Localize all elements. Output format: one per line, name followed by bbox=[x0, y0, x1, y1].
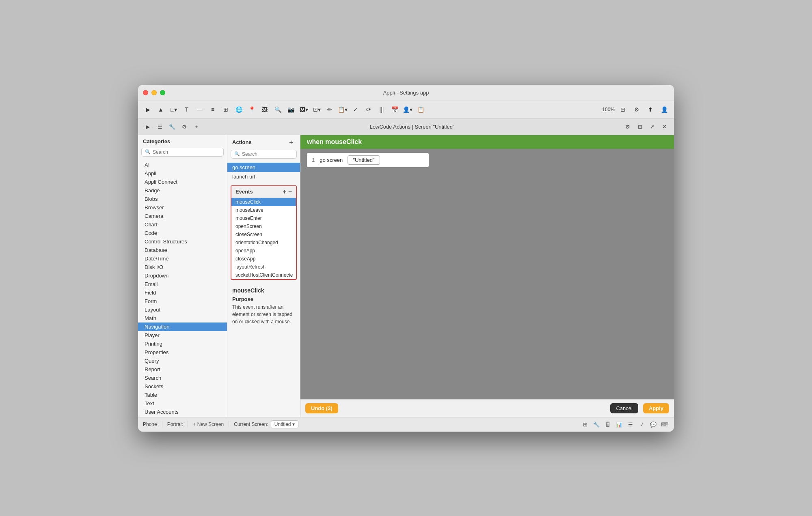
panel-expand-icon[interactable]: ⤢ bbox=[647, 122, 657, 131]
footer-check-icon[interactable]: ✓ bbox=[637, 420, 646, 429]
refresh-button[interactable]: ⟳ bbox=[363, 104, 374, 115]
text-button[interactable]: T bbox=[181, 104, 192, 115]
category-item[interactable]: Blobs bbox=[138, 195, 227, 203]
category-item[interactable]: Field bbox=[138, 288, 227, 297]
close-button[interactable] bbox=[143, 90, 148, 95]
panel-settings-icon[interactable]: ⚙ bbox=[623, 122, 633, 131]
maximize-button[interactable] bbox=[160, 90, 165, 95]
panel-split-icon[interactable]: ⊟ bbox=[635, 122, 645, 131]
panel-bug-icon[interactable]: 🔧 bbox=[167, 122, 177, 131]
edit-button[interactable]: ✏ bbox=[324, 104, 335, 115]
user-button[interactable]: 👤▾ bbox=[402, 104, 413, 115]
rect-button[interactable]: □▾ bbox=[168, 104, 179, 115]
table-button[interactable]: ⊞ bbox=[220, 104, 231, 115]
category-item[interactable]: Appli bbox=[138, 169, 227, 178]
zoom-button[interactable]: ⊟ bbox=[617, 104, 628, 115]
category-item[interactable]: Report bbox=[138, 365, 227, 374]
category-item[interactable]: Query bbox=[138, 357, 227, 365]
category-item[interactable]: Sockets bbox=[138, 382, 227, 391]
screen-dropdown[interactable]: Untitled ▾ bbox=[271, 420, 299, 428]
footer-comment-icon[interactable]: 💬 bbox=[649, 420, 658, 429]
event-item[interactable]: mouseLeave bbox=[231, 206, 296, 214]
event-item[interactable]: orientationChanged bbox=[231, 239, 296, 247]
settings-gear-icon[interactable]: ⚙ bbox=[631, 104, 642, 115]
action-item[interactable]: go screen bbox=[227, 163, 300, 172]
camera-button[interactable]: 📷 bbox=[285, 104, 296, 115]
remove-event-button[interactable]: − bbox=[288, 189, 292, 195]
category-item[interactable]: Code bbox=[138, 229, 227, 237]
footer-data-icon[interactable]: 📊 bbox=[615, 420, 624, 429]
category-item[interactable]: Email bbox=[138, 280, 227, 288]
account-button[interactable]: 👤 bbox=[659, 104, 670, 115]
footer-keyboard-icon[interactable]: ⌨ bbox=[660, 420, 669, 429]
map-button[interactable]: 📍 bbox=[246, 104, 257, 115]
panel-add-icon[interactable]: + bbox=[192, 122, 201, 131]
new-screen-button[interactable]: + New Screen bbox=[193, 421, 224, 427]
category-item[interactable]: Text bbox=[138, 399, 227, 408]
category-item[interactable]: Appli Connect bbox=[138, 178, 227, 186]
chart-button[interactable]: ||| bbox=[376, 104, 387, 115]
event-item[interactable]: openScreen bbox=[231, 222, 296, 230]
action-item[interactable]: launch url bbox=[227, 172, 300, 181]
select-button[interactable]: ▲ bbox=[155, 104, 166, 115]
screen-name-button[interactable]: "Untitled" bbox=[348, 155, 380, 165]
more-button[interactable]: 📋 bbox=[415, 104, 426, 115]
category-item[interactable]: Search bbox=[138, 374, 227, 382]
footer-db-icon[interactable]: 🗄 bbox=[603, 420, 612, 429]
divider-button[interactable]: ≡ bbox=[207, 104, 218, 115]
event-item[interactable]: closeScreen bbox=[231, 230, 296, 239]
globe-button[interactable]: 🌐 bbox=[233, 104, 244, 115]
event-item[interactable]: closeApp bbox=[231, 255, 296, 263]
panel-play-icon[interactable]: ▶ bbox=[143, 122, 153, 131]
play-button[interactable]: ▶ bbox=[142, 104, 153, 115]
category-item[interactable]: Camera bbox=[138, 212, 227, 220]
category-item[interactable]: Badge bbox=[138, 186, 227, 195]
event-item[interactable]: openApp bbox=[231, 247, 296, 255]
category-item[interactable]: Table bbox=[138, 391, 227, 399]
calendar-button[interactable]: 📅 bbox=[389, 104, 400, 115]
category-item[interactable]: Math bbox=[138, 314, 227, 322]
cancel-button[interactable]: Cancel bbox=[610, 403, 638, 413]
category-item[interactable]: Form bbox=[138, 297, 227, 305]
media-button[interactable]: 🖼▾ bbox=[298, 104, 309, 115]
category-item[interactable]: Database bbox=[138, 246, 227, 254]
clipboard-button[interactable]: 📋▾ bbox=[337, 104, 348, 115]
upload-button[interactable]: ⬆ bbox=[645, 104, 656, 115]
category-item[interactable]: Layout bbox=[138, 305, 227, 314]
category-item[interactable]: Printing bbox=[138, 340, 227, 348]
add-action-button[interactable]: + bbox=[287, 138, 295, 146]
line-button[interactable]: — bbox=[194, 104, 205, 115]
categories-search-box[interactable]: 🔍 bbox=[141, 148, 224, 157]
category-item[interactable]: Dropdown bbox=[138, 271, 227, 280]
category-item[interactable]: User Accounts bbox=[138, 408, 227, 416]
image-button[interactable]: 🖼 bbox=[259, 104, 270, 115]
category-item[interactable]: Navigation bbox=[138, 322, 227, 331]
category-item[interactable]: Player bbox=[138, 331, 227, 340]
category-item[interactable]: Browser bbox=[138, 203, 227, 212]
categories-search-input[interactable] bbox=[153, 149, 220, 155]
undo-button[interactable]: Undo (3) bbox=[305, 403, 338, 413]
category-item[interactable]: Date/Time bbox=[138, 254, 227, 263]
event-item[interactable]: layoutRefresh bbox=[231, 263, 296, 271]
footer-list-icon[interactable]: ☰ bbox=[626, 420, 635, 429]
actions-search-input[interactable] bbox=[242, 151, 293, 157]
category-item[interactable]: AI bbox=[138, 161, 227, 169]
minimize-button[interactable] bbox=[151, 90, 157, 95]
search-button[interactable]: 🔍 bbox=[272, 104, 283, 115]
layout-button[interactable]: ⊡▾ bbox=[311, 104, 322, 115]
event-item[interactable]: mouseClick bbox=[231, 198, 296, 206]
footer-grid-icon[interactable]: ⊞ bbox=[581, 420, 590, 429]
actions-search-box[interactable]: 🔍 bbox=[231, 150, 297, 159]
footer-bug-icon[interactable]: 🔧 bbox=[592, 420, 601, 429]
category-item[interactable]: Properties bbox=[138, 348, 227, 357]
category-item[interactable]: Disk I/O bbox=[138, 263, 227, 271]
event-item[interactable]: socketHostClientConnecte bbox=[231, 271, 296, 279]
add-event-button[interactable]: + bbox=[283, 189, 286, 195]
panel-close-icon[interactable]: ✕ bbox=[659, 122, 669, 131]
check-button[interactable]: ✓ bbox=[350, 104, 361, 115]
category-item[interactable]: Control Structures bbox=[138, 237, 227, 246]
panel-list-icon[interactable]: ☰ bbox=[155, 122, 165, 131]
event-item[interactable]: mouseEnter bbox=[231, 214, 296, 222]
category-item[interactable]: Chart bbox=[138, 220, 227, 229]
apply-button[interactable]: Apply bbox=[643, 403, 669, 413]
